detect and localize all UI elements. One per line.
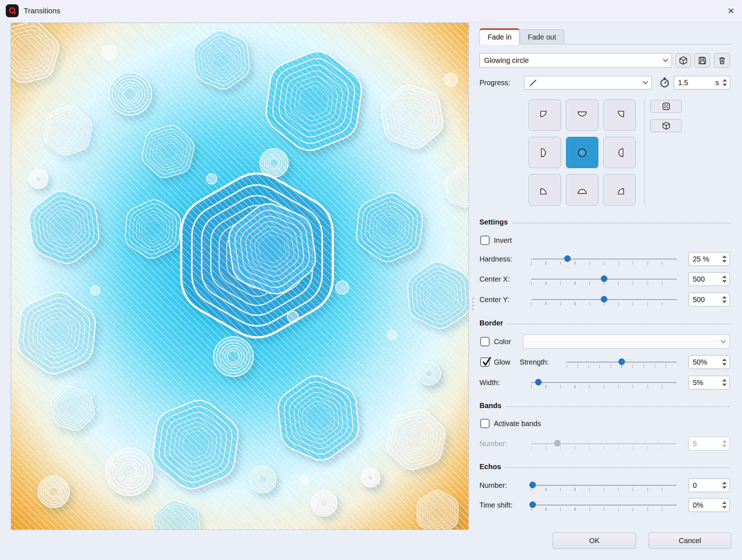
cube-icon [678, 56, 688, 65]
cancel-button[interactable]: Cancel [649, 533, 731, 549]
spinner-arrows[interactable] [722, 79, 727, 86]
duration-value: 1.5 [678, 79, 715, 87]
invert-label: Invert [494, 235, 512, 246]
origin-bottom-button[interactable] [566, 174, 598, 205]
origin-center-button[interactable] [566, 137, 598, 168]
hardness-spinbox[interactable]: 25 % [688, 252, 730, 266]
hardness-label: Hardness: [479, 252, 512, 266]
chevron-down-icon [663, 57, 668, 62]
delete-preset-button[interactable] [714, 53, 730, 68]
center-y-spinbox[interactable]: 500 [688, 293, 730, 306]
tab-fade-out[interactable]: Fade out [520, 29, 564, 45]
dialog-content: Fade in Fade out Glowing circle [0, 21, 742, 560]
preview-3d-button[interactable] [650, 119, 682, 132]
cube-icon [662, 121, 671, 130]
center-y-label: Center Y: [479, 292, 509, 307]
echos-number-label: Number: [479, 478, 507, 492]
origin-top-right-button[interactable] [603, 99, 636, 131]
bands-number-spinbox: 5 [688, 437, 730, 450]
save-preset-button[interactable] [694, 53, 710, 68]
dice-icon [662, 102, 671, 111]
strength-spinbox[interactable]: 50% [688, 355, 730, 369]
border-section-header: Border [479, 318, 730, 328]
preset-value: Glowing circle [484, 56, 529, 65]
progress-label: Progress: [479, 76, 510, 89]
edge-top-icon [575, 108, 589, 122]
checkmark-icon [481, 356, 492, 368]
panel-splitter-handle[interactable] [472, 298, 474, 310]
timer-icon [659, 77, 670, 89]
width-spinbox[interactable]: 5% [688, 376, 730, 389]
slider-thumb[interactable] [601, 276, 607, 282]
bands-number-slider [531, 436, 677, 451]
echos-number-spinbox[interactable]: 0 [688, 478, 730, 492]
save-icon [697, 56, 707, 65]
width-slider[interactable] [531, 375, 677, 390]
window-title: Transitions [24, 6, 60, 15]
width-label: Width: [479, 375, 500, 390]
bands-number-label: Number: [479, 436, 507, 451]
slider-thumb [554, 440, 561, 446]
time-shift-slider[interactable] [531, 498, 677, 512]
title-bar: Transitions × [0, 0, 742, 21]
origin-bottom-left-button[interactable] [529, 174, 561, 205]
echos-number-slider[interactable] [531, 478, 677, 492]
progress-curve-dropdown[interactable] [524, 76, 652, 89]
edge-bottom-icon [575, 183, 589, 197]
center-x-slider[interactable] [531, 272, 677, 286]
center-circle-icon [575, 146, 589, 159]
time-shift-label: Time shift: [479, 498, 513, 512]
origin-top-button[interactable] [566, 99, 598, 131]
border-color-checkbox[interactable] [480, 337, 490, 346]
preset-dropdown[interactable]: Glowing circle [479, 53, 672, 68]
border-color-dropdown[interactable] [523, 334, 730, 349]
edge-right-icon [613, 146, 626, 159]
center-x-label: Center X: [479, 272, 510, 286]
settings-panel: Fade in Fade out Glowing circle [479, 21, 731, 560]
glow-checkbox[interactable] [480, 357, 490, 367]
bands-section-header: Bands [479, 401, 730, 410]
corner-bottom-right-icon [613, 183, 626, 197]
strength-label: Strength: [520, 355, 549, 369]
echos-section-header: Echos [479, 462, 730, 471]
center-x-spinbox[interactable]: 500 [688, 272, 730, 286]
chevron-down-icon [721, 338, 726, 343]
ok-button[interactable]: OK [553, 533, 636, 549]
settings-section-header: Settings [479, 217, 730, 227]
corner-bottom-left-icon [538, 183, 552, 197]
glow-label: Glow [494, 355, 510, 369]
linear-curve-icon [529, 78, 538, 87]
slider-thumb[interactable] [529, 501, 536, 508]
slider-thumb[interactable] [564, 255, 571, 262]
grid-separator [644, 99, 644, 205]
load-preset-button[interactable] [676, 53, 691, 68]
randomize-button[interactable] [650, 100, 682, 113]
origin-left-button[interactable] [529, 137, 561, 168]
slider-thumb[interactable] [618, 358, 625, 365]
activate-bands-label: Activate bands [494, 418, 541, 429]
slider-thumb[interactable] [529, 482, 536, 488]
origin-right-button[interactable] [603, 137, 636, 168]
tab-fade-in[interactable]: Fade in [479, 28, 520, 45]
time-shift-spinbox[interactable]: 0% [688, 498, 730, 512]
slider-thumb[interactable] [601, 296, 607, 302]
corner-top-left-icon [538, 108, 552, 122]
transition-preview [11, 23, 469, 530]
strength-slider[interactable] [566, 355, 677, 369]
origin-top-left-button[interactable] [529, 99, 561, 131]
origin-selector [479, 99, 731, 205]
chevron-down-icon [643, 79, 648, 84]
app-logo-icon [6, 4, 19, 17]
border-color-label: Color [494, 334, 511, 349]
origin-bottom-right-button[interactable] [603, 174, 636, 205]
tab-bar: Fade in Fade out [479, 28, 564, 45]
slider-thumb[interactable] [535, 379, 542, 385]
corner-top-right-icon [613, 108, 626, 122]
center-y-slider[interactable] [531, 292, 677, 307]
transitions-dialog: Transitions × [0, 0, 742, 560]
activate-bands-checkbox[interactable] [480, 419, 490, 428]
hardness-slider[interactable] [531, 252, 677, 266]
close-button[interactable]: × [720, 0, 742, 21]
invert-checkbox[interactable] [480, 236, 490, 245]
duration-spinbox[interactable]: 1.5 s [674, 76, 730, 89]
